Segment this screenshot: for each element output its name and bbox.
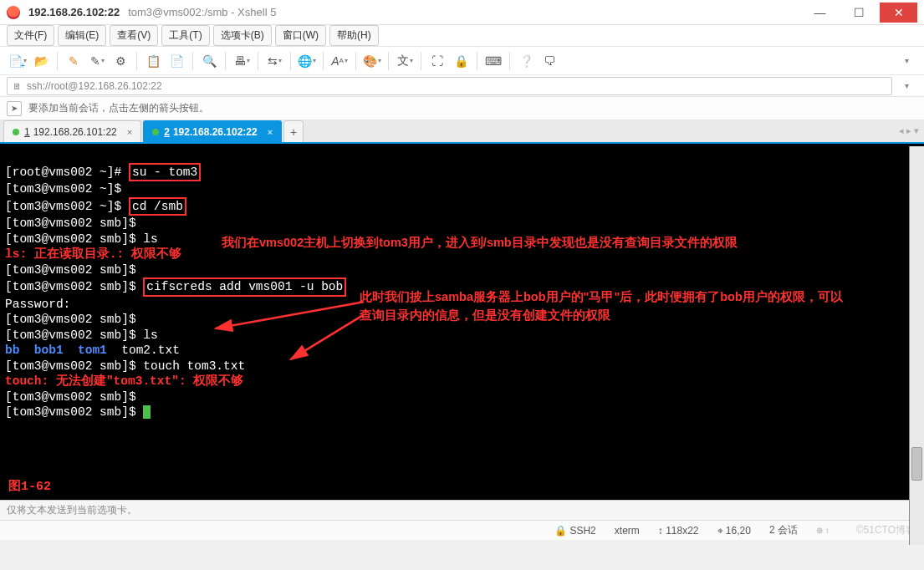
window-title-main: 192.168.26.102:22 [28,6,120,18]
menu-help[interactable]: 帮助(H) [329,25,379,46]
color-button[interactable]: 🎨▾ [361,50,383,72]
tab-2[interactable]: 2 192.168.26.102:22 × [143,120,282,142]
status-dot-icon [152,129,159,135]
window-close-button[interactable]: ✕ [880,3,917,23]
add-session-arrow-button[interactable]: ➤ [7,101,22,116]
tab-2-num: 2 [164,126,170,138]
disconnect-button[interactable]: ✎▾ [86,50,108,72]
window-titlebar: 192.168.26.102:22 tom3@vms002:/smb - Xsh… [0,0,924,25]
help-button[interactable]: ❔ [515,50,537,72]
copy-button[interactable]: 📋 [142,50,164,72]
fullscreen-button[interactable]: ⛶ [426,50,448,72]
send-text-placeholder: 仅将文本发送到当前选项卡。 [7,503,137,517]
menu-view[interactable]: 查看(V) [110,25,158,46]
term-line: [tom3@vms002 smb]$ [5,216,136,230]
tab-1-close[interactable]: × [127,127,132,137]
menu-file[interactable]: 文件(F) [7,25,54,46]
svg-line-1 [291,315,364,359]
window-maximize-button[interactable]: ☐ [840,3,878,23]
term-line: [tom3@vms002 smb]$ ls [5,232,158,246]
term-line: [tom3@vms002 smb]$ touch tom3.txt [5,359,245,373]
info-text: 要添加当前会话，点击左侧的箭头按钮。 [28,101,209,115]
term-line: [tom3@vms002 ~]$ [5,182,121,196]
annotation-1: 我们在vms002主机上切换到tom3用户，进入到/smb目录中发现也是没有查询… [222,233,891,252]
tab-1-label: 192.168.26.101:22 [33,126,117,138]
address-dropdown[interactable]: ▾ [896,75,917,97]
watermark: ©51CTO博客 [856,523,916,537]
app-icon [7,6,20,19]
tab-2-close[interactable]: × [268,127,273,137]
address-input[interactable]: 🗎 ssh://root@192.168.26.102:22 [7,77,892,95]
send-text-bar[interactable]: 仅将文本发送到当前选项卡。 ▾ [0,500,924,520]
transfer-button[interactable]: ⇆▾ [263,50,285,72]
status-size: ↕ 118x22 [658,525,699,537]
lock-icon: 🗎 [13,81,22,91]
reconnect-button[interactable]: ✎ [63,50,84,72]
globe-button[interactable]: 🌐▾ [296,50,318,72]
terminal-scrollbar[interactable] [909,146,924,545]
annotation-2: 此时我们披上samba服务器上bob用户的"马甲"后，此时便拥有了bob用户的权… [360,288,853,324]
session-tabbar: 1 192.168.26.101:22 × 2 192.168.26.102:2… [0,120,924,144]
toolbar: 📄+▾ 📂 ✎ ✎▾ ⚙ 📋 📄 🔍 🖶▾ ⇆▾ 🌐▾ AA▾ 🎨▾ 文▾ ⛶ … [0,47,924,75]
status-bar: 🔒 SSH2 xterm ↕ 118x22 ⌖ 16,20 2 会话 ⊕ ↕ ©… [0,520,924,540]
address-text: ssh://root@192.168.26.102:22 [27,80,162,92]
term-line: Password: [5,298,70,311]
tab-1-num: 1 [24,126,30,138]
status-sessions: 2 会话 [769,523,798,537]
term-line: touch: 无法创建"tom3.txt": 权限不够 [5,374,243,388]
info-bar: ➤ 要添加当前会话，点击左侧的箭头按钮。 [0,97,924,120]
figure-label: 图1-62 [8,480,51,496]
status-term: xterm [615,525,640,537]
new-session-button[interactable]: 📄+▾ [7,50,28,72]
address-bar: 🗎 ssh://root@192.168.26.102:22 ▾ [0,75,924,97]
tab-2-label: 192.168.26.102:22 [173,126,258,138]
paste-button[interactable]: 📄 [166,50,187,72]
status-overflow[interactable]: ⊕ ↕ [816,526,830,535]
term-line: [tom3@vms002 smb]$ [5,263,136,277]
svg-line-0 [216,302,364,328]
status-dot-icon [13,129,19,135]
scrollbar-thumb[interactable] [911,447,922,481]
properties-button[interactable]: ⚙ [110,50,131,72]
term-line: bb bob1 tom1 tom2.txt [5,344,180,357]
status-pos: ⌖ 16,20 [717,525,751,537]
find-button[interactable]: 🔍 [198,50,220,72]
term-line: [tom3@vms002 smb]$ ls [5,328,158,342]
term-line: [root@vms002 ~]# su - tom3 [5,165,201,179]
tab-add-label: + [290,125,297,139]
menu-tabs[interactable]: 选项卡(B) [213,25,272,46]
terminal-cursor [143,405,151,419]
open-button[interactable]: 📂 [30,50,52,72]
term-line: ls: 正在读取目录.: 权限不够 [5,247,181,261]
term-line: [tom3@vms002 smb]$ [5,405,151,419]
window-title-sub: tom3@vms002:/smb - Xshell 5 [128,6,276,18]
lock-button[interactable]: 🔒 [450,50,472,72]
menubar: 文件(F) 编辑(E) 查看(V) 工具(T) 选项卡(B) 窗口(W) 帮助(… [0,25,924,47]
term-line: [tom3@vms002 smb]$ cifscreds add vms001 … [5,280,346,293]
compose-button[interactable]: 🗨 [539,50,560,72]
status-ssh: 🔒 SSH2 [554,525,596,537]
terminal-area[interactable]: [root@vms002 ~]# su - tom3 [tom3@vms002 … [0,144,924,500]
term-line: [tom3@vms002 ~]$ cd /smb [5,200,186,213]
keyboard-button[interactable]: ⌨ [482,50,504,72]
font-button[interactable]: AA▾ [329,50,350,72]
menu-tools[interactable]: 工具(T) [161,25,209,46]
term-line: [tom3@vms002 smb]$ [5,313,136,326]
print-button[interactable]: 🖶▾ [231,50,253,72]
tab-nav-arrows[interactable]: ◂ ▸ ▾ [899,125,919,136]
window-minimize-button[interactable]: — [801,3,839,23]
toolbar-overflow[interactable]: ▾ [896,50,917,72]
term-line: [tom3@vms002 smb]$ [5,390,136,404]
lang-button[interactable]: 文▾ [394,50,416,72]
menu-edit[interactable]: 编辑(E) [58,25,106,46]
tab-add-button[interactable]: + [283,120,304,142]
tab-1[interactable]: 1 192.168.26.101:22 × [3,120,141,142]
menu-window[interactable]: 窗口(W) [275,25,326,46]
